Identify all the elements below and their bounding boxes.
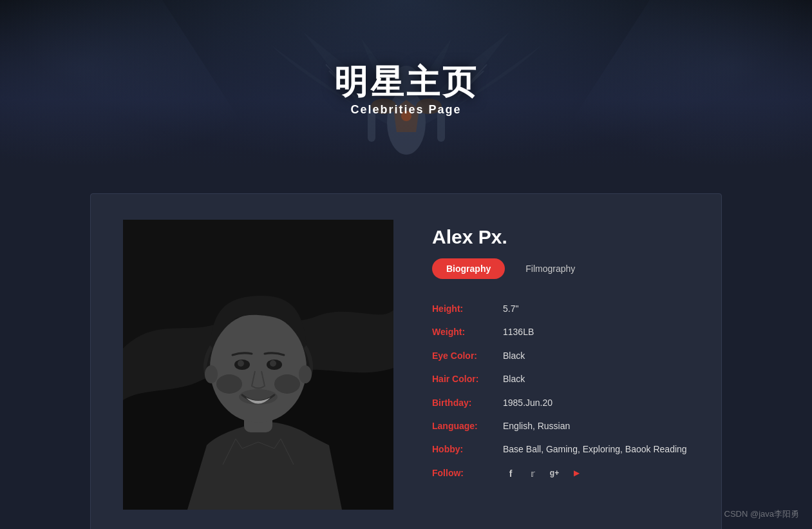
hobby-label: Hobby: (432, 438, 503, 461)
tab-filmography[interactable]: Filmography (511, 258, 589, 279)
tab-biography[interactable]: Biography (432, 258, 505, 279)
social-icons-cell: f 𝕣 g+ ▶ (503, 461, 689, 486)
svg-point-17 (216, 374, 242, 394)
follow-label: Follow: (432, 461, 503, 486)
svg-point-14 (239, 389, 278, 405)
watermark: CSDN @java李阳勇 (724, 508, 800, 520)
hair-color-label: Hair Color: (432, 367, 503, 390)
bio-row-birthday: Birthday: 1985.Jun.20 (432, 391, 689, 414)
wing-left-decoration (0, 0, 270, 168)
svg-point-13 (270, 360, 276, 367)
profile-photo (123, 220, 393, 510)
weight-label: Weight: (432, 320, 503, 343)
svg-point-16 (299, 365, 312, 383)
svg-point-15 (205, 365, 218, 383)
bio-table: Height: 5.7" Weight: 1136LB Eye Color: B… (432, 297, 689, 486)
bio-row-weight: Weight: 1136LB (432, 320, 689, 343)
bio-row-follow: Follow: f 𝕣 g+ ▶ (432, 461, 689, 486)
twitter-icon[interactable]: 𝕣 (525, 466, 540, 481)
profile-photo-wrapper (123, 220, 393, 510)
header-banner: 明星主页 Celebrities Page (0, 0, 812, 168)
tabs: Biography Filmography (432, 258, 689, 279)
weight-value: 1136LB (503, 320, 689, 343)
hair-color-value: Black (503, 367, 689, 390)
google-plus-icon[interactable]: g+ (547, 466, 562, 481)
height-label: Height: (432, 297, 503, 320)
svg-point-12 (238, 360, 244, 367)
youtube-icon[interactable]: ▶ (569, 466, 584, 481)
facebook-icon[interactable]: f (503, 466, 518, 481)
bio-row-language: Language: English, Russian (432, 414, 689, 438)
birthday-label: Birthday: (432, 391, 503, 414)
eye-color-value: Black (503, 344, 689, 367)
height-value: 5.7" (503, 297, 689, 320)
bio-row-hair-color: Hair Color: Black (432, 367, 689, 390)
bio-row-height: Height: 5.7" (432, 297, 689, 320)
celebrity-name: Alex Px. (432, 226, 689, 248)
wing-right-decoration (542, 0, 812, 168)
profile-card: Alex Px. Biography Filmography Height: 5… (90, 193, 722, 529)
eye-color-label: Eye Color: (432, 344, 503, 367)
social-icons: f 𝕣 g+ ▶ (503, 466, 689, 481)
header-title-zh: 明星主页 (334, 64, 478, 101)
bio-row-hobby: Hobby: Base Ball, Gaming, Exploring, Bao… (432, 438, 689, 461)
header-title-en: Celebrities Page (334, 103, 478, 117)
hobby-value: Base Ball, Gaming, Exploring, Baook Read… (503, 438, 689, 461)
profile-info: Alex Px. Biography Filmography Height: 5… (432, 220, 689, 486)
birthday-value: 1985.Jun.20 (503, 391, 689, 414)
svg-point-18 (274, 374, 300, 394)
svg-point-9 (210, 313, 307, 423)
language-value: English, Russian (503, 414, 689, 438)
bio-row-eye-color: Eye Color: Black (432, 344, 689, 367)
header-title-block: 明星主页 Celebrities Page (334, 64, 478, 117)
main-content: Alex Px. Biography Filmography Height: 5… (0, 168, 812, 529)
language-label: Language: (432, 414, 503, 438)
